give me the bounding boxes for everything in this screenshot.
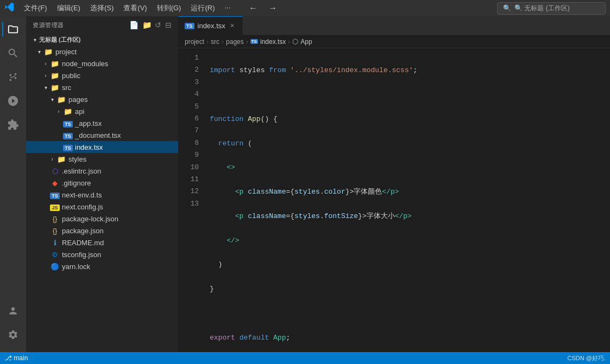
expand-arrow: ▾ [30,37,39,43]
breadcrumb-sep-2: › [222,38,224,46]
file-label: .eslintrc.json [62,167,178,175]
expand-arrow: › [54,108,63,114]
line-num-1: 1 [178,53,199,65]
code-line-6: <p className={styles.color}>字体颜色</p> [210,186,610,198]
sidebar-item-eslintrc[interactable]: ⬡ .eslintrc.json [26,165,178,177]
folder-label: api [75,107,178,116]
line-num-7: 7 [178,125,199,137]
search-bar[interactable]: 🔍 🔍 无标题 (工作区) [497,2,606,15]
breadcrumb-sep-3: › [246,38,248,46]
search-activity-icon[interactable] [2,42,24,64]
breadcrumb: project › src › pages › TS index.tsx › ⬡… [178,35,610,48]
file-label: index.tsx [75,143,178,151]
line-num-4: 4 [178,89,199,101]
sidebar-item-public[interactable]: › 📁 public [26,69,178,81]
expand-arrow: › [41,73,50,79]
menu-run[interactable]: 运行(R) [186,2,219,14]
folder-label: styles [68,155,178,163]
workspace-root[interactable]: ▾ 无标题 (工作区) [26,34,178,46]
settings-icon[interactable] [2,324,24,346]
sidebar-item-package-lock[interactable]: {} package-lock.json [26,213,178,225]
sidebar-item-app-tsx[interactable]: TS _app.tsx [26,117,178,129]
file-label: yarn.lock [62,263,178,271]
tsconfig-icon: ⚙ [50,251,60,259]
sidebar-item-document-tsx[interactable]: TS _document.tsx [26,129,178,141]
breadcrumb-file[interactable]: index.tsx [260,38,286,46]
watermark: CSDN @好巧. [568,354,606,362]
code-line-7: <p className={styles.fontSize}>字体大小</p> [210,210,610,222]
sidebar-item-node-modules[interactable]: › 📁 node_modules [26,58,178,69]
run-debug-icon[interactable] [2,90,24,112]
sidebar-item-package[interactable]: {} package.json [26,225,178,237]
sidebar-item-next-config[interactable]: JS next.config.js [26,201,178,213]
collapse-all-icon[interactable]: ⊟ [165,21,172,29]
line-num-3: 3 [178,77,199,89]
sidebar-item-tsconfig[interactable]: ⚙ tsconfig.json [26,248,178,260]
menu-more[interactable]: ··· [220,2,235,14]
new-folder-icon[interactable]: 📁 [142,21,152,29]
sidebar-item-next-env[interactable]: TS next-env.d.ts [26,189,178,201]
sidebar-item-project[interactable]: ▾ 📁 project [26,46,178,58]
sidebar-item-yarn-lock[interactable]: 🔵 yarn.lock [26,260,178,272]
yarn-icon: 🔵 [50,263,60,271]
refresh-icon[interactable]: ↺ [155,21,162,29]
code-line-12: export default App; [210,332,610,344]
sidebar-item-pages[interactable]: ▾ 📁 pages [26,93,178,105]
breadcrumb-project[interactable]: project [185,38,204,46]
menu-goto[interactable]: 转到(G) [153,2,186,14]
git-icon: ◆ [50,179,60,187]
file-label: tsconfig.json [62,251,178,259]
line-num-11: 11 [178,174,199,186]
extensions-icon[interactable] [2,114,24,136]
file-label: .gitignore [62,179,178,187]
menu-file[interactable]: 文件(F) [20,2,52,14]
code-content[interactable]: import styles from '../styles/index.modu… [205,48,610,352]
breadcrumb-src[interactable]: src [211,38,219,46]
source-control-icon[interactable] [2,66,24,88]
file-label: next.config.js [62,203,178,211]
folder-label: project [55,48,178,56]
breadcrumb-symbol-icon: ⬡ [292,37,298,46]
folder-icon: 📁 [56,95,66,104]
sidebar-header: 资源管理器 📄 📁 ↺ ⊟ [26,16,178,34]
code-editor: 1 2 3 4 5 6 7 8 9 10 11 12 13 import sty… [178,48,610,352]
main-layout: 资源管理器 📄 📁 ↺ ⊟ ▾ 无标题 (工作区) ▾ 📁 project [0,16,610,352]
account-icon[interactable] [2,300,24,322]
titlebar: 文件(F) 编辑(E) 选择(S) 查看(V) 转到(G) 运行(R) ··· … [0,0,610,16]
breadcrumb-symbol[interactable]: App [300,38,312,46]
editor-area: TS index.tsx ✕ project › src › pages › T… [178,16,610,352]
sidebar-item-gitignore[interactable]: ◆ .gitignore [26,177,178,189]
menu-edit[interactable]: 编辑(E) [53,2,85,14]
folder-label: public [62,72,178,80]
nav-back-button[interactable]: ← [246,2,261,14]
sidebar-item-api[interactable]: › 📁 api [26,105,178,117]
folder-icon: 📁 [50,60,60,68]
breadcrumb-pages[interactable]: pages [226,38,244,46]
menu-select[interactable]: 选择(S) [86,2,118,14]
breadcrumb-ts-icon: TS [250,39,258,44]
file-tree: ▾ 无标题 (工作区) ▾ 📁 project › 📁 node_modules… [26,34,178,352]
sidebar-item-readme[interactable]: ℹ README.md [26,237,178,248]
code-line-10: } [210,283,610,295]
line-num-8: 8 [178,138,199,150]
ts-file-icon: TS [63,131,73,139]
sidebar-item-src[interactable]: ▾ 📁 src [26,81,178,93]
menu-view[interactable]: 查看(V) [119,2,151,14]
tab-close-button[interactable]: ✕ [229,21,236,30]
menu-bar: 文件(F) 编辑(E) 选择(S) 查看(V) 转到(G) 运行(R) ··· [20,2,235,14]
search-icon: 🔍 [503,4,511,12]
tab-index-tsx[interactable]: TS index.tsx ✕ [178,16,243,35]
new-file-icon[interactable]: 📄 [129,21,139,29]
code-line-2 [210,89,610,101]
tab-bar: TS index.tsx ✕ [178,16,610,35]
line-num-5: 5 [178,101,199,113]
explorer-icon[interactable] [2,18,24,40]
nav-forward-button[interactable]: → [265,2,280,14]
json-icon: {} [50,215,60,223]
folder-label: node_modules [62,60,178,68]
sidebar-item-index-tsx[interactable]: TS index.tsx [26,141,178,153]
code-line-3: function App() { [210,113,610,125]
sidebar-item-styles[interactable]: › 📁 styles [26,153,178,165]
line-num-2: 2 [178,65,199,76]
folder-icon: 📁 [50,84,60,92]
